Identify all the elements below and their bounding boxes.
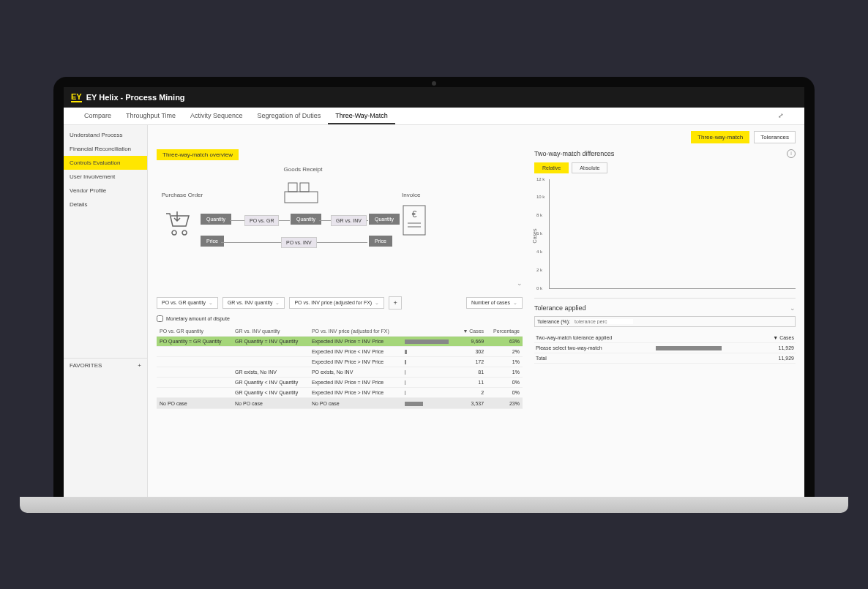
cart-icon — [162, 210, 192, 239]
goods-icon — [281, 177, 321, 206]
filter-po-gr[interactable]: PO vs. GR quantity⌄ — [157, 297, 218, 309]
tab-three-way-match[interactable]: Three-Way-Match — [328, 108, 395, 124]
tolerance-input[interactable] — [575, 319, 633, 324]
invoice-icon: € — [402, 204, 427, 237]
tt-r2-val: 11,929 — [759, 353, 796, 363]
diff-chart: Cases 12 k 10 k 8 k 6 k 4 k 2 k 0 k — [549, 179, 796, 289]
gr-label: Goods Receipt — [274, 166, 332, 173]
tt-r1-val: 11,929 — [759, 342, 796, 353]
filter-row: PO vs. GR quantity⌄ GR vs. INV quantity⌄… — [157, 296, 523, 309]
table-row[interactable]: GR Quantity < INV QuantityExpected INV P… — [157, 378, 523, 388]
tab-compare[interactable]: Compare — [77, 108, 119, 124]
tt-h1: Two-way-match tolerance applied — [534, 333, 655, 343]
info-icon[interactable]: i — [787, 149, 796, 158]
filter-po-inv-price[interactable]: PO vs. INV price (adjusted for FX)⌄ — [289, 297, 384, 309]
collapse-tolerance-icon[interactable]: ⌄ — [790, 304, 796, 312]
inv-price-box: Price — [369, 236, 392, 247]
diff-title: Two-way-match differences — [534, 150, 614, 157]
app-title: EY Helix - Process Mining — [86, 93, 185, 102]
tolerances-button[interactable]: Tolerances — [754, 131, 796, 143]
filter-number-cases[interactable]: Number of cases⌄ — [466, 297, 523, 309]
app-header: EY EY Helix - Process Mining — [64, 87, 804, 108]
monetary-checkbox[interactable] — [157, 315, 163, 322]
tolerance-label: Tolerance (%): — [537, 319, 570, 324]
po-price-box: Price — [201, 236, 224, 247]
chevron-down-icon: ⌄ — [513, 300, 517, 306]
process-diagram: Purchase Order Goods Receipt Invoice € Q… — [157, 166, 523, 290]
ey-logo: EY — [71, 92, 82, 102]
tt-r2-label: Total — [534, 353, 655, 363]
tab-activity[interactable]: Activity Sequence — [183, 108, 250, 124]
gr-inv-tag: GR vs. INV — [331, 215, 367, 226]
absolute-toggle[interactable]: Absolute — [572, 162, 607, 173]
inv-qty-box: Quantity — [369, 214, 400, 225]
screen: EY EY Helix - Process Mining Compare Thr… — [64, 87, 804, 497]
inv-label: Invoice — [402, 192, 420, 198]
relative-toggle[interactable]: Relative — [534, 162, 569, 173]
po-inv-tag: PO vs. INV — [281, 237, 317, 248]
chevron-down-icon: ⌄ — [375, 300, 379, 306]
overview-tag: Three-way-match overview — [157, 149, 239, 160]
th-po-inv-price[interactable]: PO vs. INV price (adjusted for FX) — [309, 326, 402, 337]
po-qty-box: Quantity — [201, 214, 231, 225]
side-financial[interactable]: Financial Reconciliation — [64, 142, 147, 156]
tolerance-title: Tolerance applied — [534, 304, 586, 312]
tab-bar: Compare Throughput Time Activity Sequenc… — [64, 108, 804, 125]
side-understand[interactable]: Understand Process — [64, 128, 147, 142]
side-user[interactable]: User Involvement — [64, 170, 147, 184]
svg-rect-1 — [288, 183, 297, 192]
svg-text:€: € — [412, 209, 417, 220]
sidebar: Understand Process Financial Reconciliat… — [64, 125, 148, 497]
side-details[interactable]: Details — [64, 198, 147, 211]
po-label: Purchase Order — [160, 192, 204, 198]
favorites-label: FAVORITES — [70, 362, 102, 369]
three-way-match-button[interactable]: Three-way-match — [691, 131, 749, 143]
table-row[interactable]: PO Quantity = GR QuantityGR Quantity = I… — [157, 336, 523, 346]
add-filter-button[interactable]: + — [389, 296, 402, 309]
table-row[interactable]: No PO caseNo PO caseNo PO case3,53723% — [157, 398, 523, 408]
table-row[interactable]: GR exists, No INVPO exists, No INV811% — [157, 367, 523, 377]
fullscreen-icon[interactable]: ⤢ — [771, 108, 791, 124]
tab-segregation[interactable]: Segregation of Duties — [250, 108, 329, 124]
main-panel: Three-way-match Tolerances Three-way-mat… — [148, 125, 804, 497]
tt-h3[interactable]: ▼ Cases — [759, 333, 796, 343]
camera-dot — [432, 81, 436, 86]
th-po-gr[interactable]: PO vs. GR quantity — [157, 326, 232, 337]
tab-throughput[interactable]: Throughput Time — [119, 108, 183, 124]
po-gr-tag: PO vs. GR — [244, 215, 279, 226]
add-favorite-icon[interactable]: + — [138, 362, 141, 369]
svg-rect-0 — [285, 192, 318, 203]
tolerance-input-wrap: Tolerance (%): — [534, 316, 796, 327]
th-cases[interactable]: ▼ Cases — [457, 326, 487, 337]
chevron-down-icon: ⌄ — [275, 300, 280, 306]
laptop-frame: EY EY Helix - Process Mining Compare Thr… — [53, 77, 815, 513]
monetary-label: Monetary amount of dispute — [166, 316, 230, 321]
svg-rect-2 — [300, 183, 309, 192]
th-gr-inv[interactable]: GR vs. INV quantity — [232, 326, 309, 337]
gr-qty-box: Quantity — [291, 214, 321, 225]
side-vendor[interactable]: Vendor Profile — [64, 184, 147, 198]
results-table: PO vs. GR quantity GR vs. INV quantity P… — [157, 326, 523, 409]
chevron-down-icon: ⌄ — [209, 300, 213, 306]
tt-r1-label: Please select two-way-match — [534, 342, 655, 353]
table-row[interactable]: Expected INV Price < INV Price3022% — [157, 346, 523, 356]
filter-gr-inv[interactable]: GR vs. INV quantity⌄ — [222, 297, 285, 309]
favorites-section: FAVORITES + — [64, 358, 147, 372]
collapse-diagram-icon[interactable]: ⌄ — [517, 280, 523, 287]
side-controls[interactable]: Controls Evaluation — [64, 156, 147, 170]
table-row[interactable]: Expected INV Price > INV Price1721% — [157, 356, 523, 367]
table-row[interactable]: GR Quantity < INV QuantityExpected INV P… — [157, 388, 523, 398]
tolerance-table: Two-way-match tolerance applied ▼ Cases … — [534, 333, 796, 364]
th-pct[interactable]: Percentage — [487, 326, 523, 337]
th-bar — [402, 326, 457, 337]
